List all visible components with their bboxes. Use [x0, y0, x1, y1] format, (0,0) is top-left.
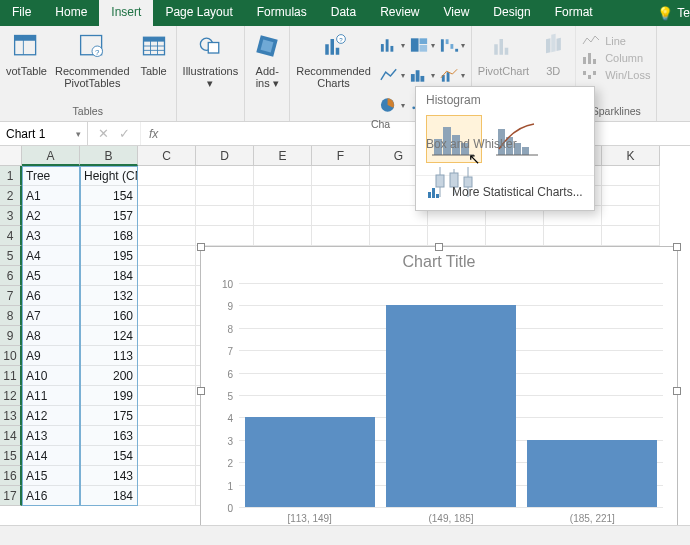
cell[interactable]: [196, 206, 254, 226]
column-header-F[interactable]: F: [312, 146, 370, 166]
chart-bar[interactable]: [245, 417, 375, 507]
chart-object[interactable]: Chart Title 012345678910[113, 149](149, …: [200, 246, 678, 525]
recommended-pivot-button[interactable]: ? Recommended PivotTables: [55, 30, 130, 89]
table-button[interactable]: Table: [138, 30, 170, 77]
cancel-icon[interactable]: ✕: [98, 126, 109, 141]
cell[interactable]: A13: [22, 426, 80, 446]
pivot-table-button[interactable]: votTable: [6, 30, 47, 77]
resize-handle-ne[interactable]: [673, 243, 681, 251]
cell[interactable]: [602, 226, 660, 246]
cell[interactable]: [312, 206, 370, 226]
cell[interactable]: 124: [80, 326, 138, 346]
tab-formulas[interactable]: Formulas: [245, 0, 319, 26]
cell[interactable]: [312, 166, 370, 186]
cell[interactable]: [138, 466, 196, 486]
cell[interactable]: A1: [22, 186, 80, 206]
tab-file[interactable]: File: [0, 0, 43, 26]
row-header[interactable]: 16: [0, 466, 22, 486]
sparkline-winloss-button[interactable]: Win/Loss: [582, 68, 650, 82]
cell[interactable]: [196, 186, 254, 206]
cell[interactable]: 199: [80, 386, 138, 406]
row-header[interactable]: 7: [0, 286, 22, 306]
cell[interactable]: [254, 206, 312, 226]
cell[interactable]: [138, 186, 196, 206]
line-chart-button[interactable]: ▾: [379, 62, 405, 88]
row-header[interactable]: 14: [0, 426, 22, 446]
column-header-C[interactable]: C: [138, 146, 196, 166]
cell[interactable]: A4: [22, 246, 80, 266]
row-header[interactable]: 8: [0, 306, 22, 326]
chart-bar[interactable]: [527, 440, 657, 507]
column-header-K[interactable]: K: [602, 146, 660, 166]
resize-handle-n[interactable]: [435, 243, 443, 251]
cell[interactable]: A3: [22, 226, 80, 246]
tab-page-layout[interactable]: Page Layout: [153, 0, 244, 26]
cell[interactable]: 132: [80, 286, 138, 306]
row-header[interactable]: 5: [0, 246, 22, 266]
cell[interactable]: [602, 186, 660, 206]
tab-home[interactable]: Home: [43, 0, 99, 26]
tab-format[interactable]: Format: [543, 0, 605, 26]
row-header[interactable]: 13: [0, 406, 22, 426]
cell[interactable]: 113: [80, 346, 138, 366]
cell[interactable]: A2: [22, 206, 80, 226]
tab-review[interactable]: Review: [368, 0, 431, 26]
illustrations-button[interactable]: Illustrations ▾: [183, 30, 239, 89]
chart-title[interactable]: Chart Title: [201, 247, 677, 277]
row-header[interactable]: 6: [0, 266, 22, 286]
cell[interactable]: 143: [80, 466, 138, 486]
cell[interactable]: [370, 226, 428, 246]
resize-handle-e[interactable]: [673, 387, 681, 395]
cell[interactable]: [138, 206, 196, 226]
cell[interactable]: [138, 246, 196, 266]
cell[interactable]: A14: [22, 446, 80, 466]
row-header[interactable]: 10: [0, 346, 22, 366]
select-all-corner[interactable]: [0, 146, 22, 166]
cell[interactable]: [196, 166, 254, 186]
row-header[interactable]: 4: [0, 226, 22, 246]
resize-handle-nw[interactable]: [197, 243, 205, 251]
cell[interactable]: A9: [22, 346, 80, 366]
row-header[interactable]: 12: [0, 386, 22, 406]
sparkline-column-button[interactable]: Column: [582, 51, 650, 65]
cell[interactable]: A8: [22, 326, 80, 346]
column-header-A[interactable]: A: [22, 146, 80, 166]
chart-bar[interactable]: [386, 305, 516, 507]
cell[interactable]: A11: [22, 386, 80, 406]
cell[interactable]: [138, 386, 196, 406]
tab-insert[interactable]: Insert: [99, 0, 153, 26]
cell[interactable]: A5: [22, 266, 80, 286]
cell[interactable]: [138, 166, 196, 186]
cell[interactable]: A6: [22, 286, 80, 306]
cell[interactable]: [544, 226, 602, 246]
cell[interactable]: [138, 306, 196, 326]
cell[interactable]: [254, 166, 312, 186]
column-header-D[interactable]: D: [196, 146, 254, 166]
cell[interactable]: 154: [80, 446, 138, 466]
cell[interactable]: [138, 326, 196, 346]
statistical-chart-button[interactable]: ▾: [409, 62, 435, 88]
pivotchart-button[interactable]: PivotChart: [478, 30, 529, 77]
cell[interactable]: [602, 206, 660, 226]
check-icon[interactable]: ✓: [119, 126, 130, 141]
cell[interactable]: 157: [80, 206, 138, 226]
cell[interactable]: [254, 186, 312, 206]
row-header[interactable]: 17: [0, 486, 22, 506]
tab-view[interactable]: View: [432, 0, 482, 26]
hierarchy-chart-button[interactable]: ▾: [409, 32, 435, 58]
cell[interactable]: 160: [80, 306, 138, 326]
cell[interactable]: [138, 266, 196, 286]
cell[interactable]: 195: [80, 246, 138, 266]
cell[interactable]: [138, 366, 196, 386]
3d-map-button[interactable]: 3D: [537, 30, 569, 77]
sparkline-line-button[interactable]: Line: [582, 34, 650, 48]
cell[interactable]: Tree: [22, 166, 80, 186]
row-header[interactable]: 1: [0, 166, 22, 186]
cell[interactable]: 163: [80, 426, 138, 446]
resize-handle-w[interactable]: [197, 387, 205, 395]
cell[interactable]: A16: [22, 486, 80, 506]
chart-plot-area[interactable]: 012345678910[113, 149](149, 185](185, 22…: [239, 283, 663, 507]
cell[interactable]: [138, 226, 196, 246]
combo-chart-button[interactable]: ▾: [439, 62, 465, 88]
cell[interactable]: Height (CM): [80, 166, 138, 186]
